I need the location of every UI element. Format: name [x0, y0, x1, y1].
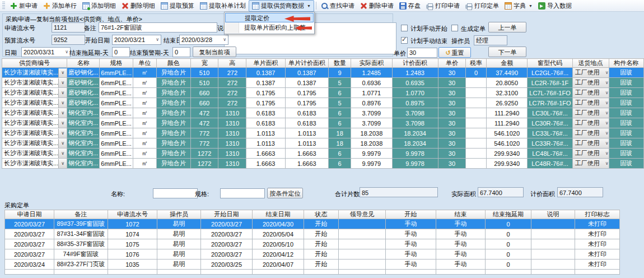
cell[interactable]: 1.6663: [246, 149, 286, 159]
cell[interactable]: 299.9340: [486, 149, 528, 159]
dropdown-caret-icon[interactable]: ▼: [529, 4, 533, 8]
cell[interactable]: 87#31-34F窗固玻: [54, 229, 108, 239]
column-header[interactable]: 开始日期: [201, 210, 253, 219]
table-row[interactable]: 2020/03/2789#37-39F窗固玻1072易明2020/03/2720…: [5, 219, 620, 229]
cell[interactable]: 20.8050: [486, 78, 528, 88]
gen-order-checkbox[interactable]: [451, 25, 458, 31]
cell[interactable]: 9.9978: [392, 149, 438, 159]
serial-input[interactable]: 1121: [52, 22, 85, 33]
delivery-place-cell[interactable]: 工厂使用∨: [572, 108, 609, 118]
column-header[interactable]: 状态: [304, 210, 339, 219]
cell[interactable]: 0: [486, 260, 531, 270]
cell[interactable]: 异地合片: [156, 88, 190, 98]
cell[interactable]: 1074: [108, 229, 157, 239]
cell[interactable]: 1035: [108, 260, 157, 270]
cell[interactable]: 0.1795: [285, 88, 328, 98]
cell[interactable]: 1.0113: [285, 138, 328, 149]
cell[interactable]: 磨砂钢化...: [67, 88, 100, 98]
column-header[interactable]: 申请流水号: [108, 210, 157, 219]
column-header[interactable]: 名称: [67, 59, 100, 68]
delay-input[interactable]: 0: [112, 47, 130, 57]
cell[interactable]: 0.1795: [246, 88, 286, 98]
cell[interactable]: 0.8975: [392, 98, 438, 108]
cell[interactable]: [531, 229, 575, 239]
cell[interactable]: [531, 260, 575, 270]
toolbar-button[interactable]: 提取预算: [158, 1, 197, 11]
column-header[interactable]: 供货商编号: [2, 59, 67, 68]
cell[interactable]: 开始: [304, 249, 339, 260]
table-row[interactable]: 2020/03/2788#35-37F窗固玻1075易明2020/03/2720…: [5, 239, 620, 249]
table-row[interactable]: 长沙市潇湘玻璃实...∨钢化室内...6mmPLE...㎡异地合片4721310…: [2, 118, 644, 128]
supplier-cell[interactable]: 长沙市潇湘玻璃实...∨: [2, 149, 67, 159]
cell[interactable]: 未打印: [575, 260, 620, 270]
cell[interactable]: 开始: [304, 239, 339, 249]
cell[interactable]: 2020/04/30: [253, 219, 304, 229]
supplier-dropdown-icon[interactable]: ∨: [58, 119, 67, 128]
cell[interactable]: 固玻: [609, 68, 643, 78]
cell[interactable]: 2020/03/24: [5, 260, 54, 270]
cell[interactable]: 30: [438, 78, 465, 88]
cell[interactable]: 1.6663: [285, 159, 328, 169]
cell[interactable]: 开始: [304, 260, 339, 270]
supplier-dropdown-icon[interactable]: ∨: [58, 139, 67, 148]
cell[interactable]: 固玻: [609, 149, 643, 159]
cell[interactable]: 1.0770: [392, 88, 438, 98]
cell[interactable]: 6: [328, 149, 351, 159]
cell[interactable]: 1310: [218, 128, 246, 138]
cell[interactable]: 异地合片: [156, 149, 190, 159]
cell[interactable]: ㎡: [133, 149, 156, 159]
toolbar-button[interactable]: 打印申请: [423, 1, 463, 11]
cell[interactable]: 异地合片: [156, 108, 190, 118]
column-header[interactable]: 送货地点: [572, 59, 609, 68]
column-header[interactable]: 单价: [438, 59, 465, 68]
cell[interactable]: 111.2940: [486, 108, 528, 118]
cell[interactable]: 固玻: [609, 78, 643, 88]
cell[interactable]: 546.1020: [486, 138, 528, 149]
cell[interactable]: 18.2034: [392, 138, 438, 149]
chevron-down-icon[interactable]: ∨: [605, 131, 609, 136]
reset-button[interactable]: ↺重置: [438, 47, 471, 58]
cell[interactable]: LC7R-76#-1FO: [528, 98, 572, 108]
supplier-dropdown-icon[interactable]: ∨: [58, 149, 67, 158]
dropdown-caret-icon[interactable]: ▼: [307, 4, 311, 8]
table-row[interactable]: 长沙市潇湘玻璃实...∨钢化室内...6mmPLE...㎡异地合片1272131…: [2, 159, 644, 169]
cell[interactable]: 手动: [436, 260, 486, 270]
cell[interactable]: 1310: [218, 138, 246, 149]
cell[interactable]: 32.3100: [486, 88, 528, 98]
cell[interactable]: 74#9F窗固玻: [54, 249, 108, 260]
chevron-down-icon[interactable]: ∨: [605, 110, 609, 115]
supplier-dropdown-icon[interactable]: ∨: [58, 68, 67, 77]
column-header[interactable]: 单片面积: [246, 59, 286, 68]
cell[interactable]: 固玻: [609, 88, 643, 98]
cell[interactable]: 开始: [304, 219, 339, 229]
column-header[interactable]: 宽: [190, 59, 218, 68]
cell[interactable]: 1.2483: [392, 68, 438, 78]
table-row[interactable]: 2020/03/2488#23-27F门页玻1035易明2020/03/2520…: [5, 260, 620, 270]
locate-name-input[interactable]: [153, 188, 198, 198]
cell[interactable]: [466, 149, 487, 159]
chevron-down-icon[interactable]: ∨: [605, 70, 609, 75]
cell[interactable]: 30: [438, 68, 465, 78]
locate-spec-input[interactable]: [220, 188, 265, 198]
toolbar-button[interactable]: 删除明细: [119, 1, 158, 11]
cell[interactable]: 6: [328, 159, 351, 169]
column-header[interactable]: 领导意见: [339, 210, 386, 219]
cell[interactable]: 钢化室内...: [67, 118, 100, 128]
cell[interactable]: 272: [218, 68, 246, 78]
cell[interactable]: 异地合片: [156, 159, 190, 169]
delivery-place-cell[interactable]: 工厂使用∨: [572, 78, 609, 88]
supplier-cell[interactable]: 长沙市潇湘玻璃实...∨: [2, 138, 67, 149]
cell[interactable]: 0.6183: [285, 118, 328, 128]
cell[interactable]: 1310: [218, 118, 246, 128]
supplier-cell[interactable]: 长沙市潇湘玻璃实...∨: [2, 118, 67, 128]
cell[interactable]: 3.7099: [351, 108, 392, 118]
cell[interactable]: 异地合片: [156, 128, 190, 138]
supplier-cell[interactable]: 长沙市潇湘玻璃实...∨: [2, 98, 67, 108]
chevron-down-icon[interactable]: ∨: [605, 161, 609, 166]
cell[interactable]: 1.6663: [246, 159, 286, 169]
cell[interactable]: 6mmPLE...: [100, 108, 133, 118]
cell[interactable]: LC30R-76#...: [528, 118, 572, 128]
cell[interactable]: [466, 138, 487, 149]
cell[interactable]: 固玻: [609, 108, 643, 118]
cell[interactable]: 6: [328, 118, 351, 128]
